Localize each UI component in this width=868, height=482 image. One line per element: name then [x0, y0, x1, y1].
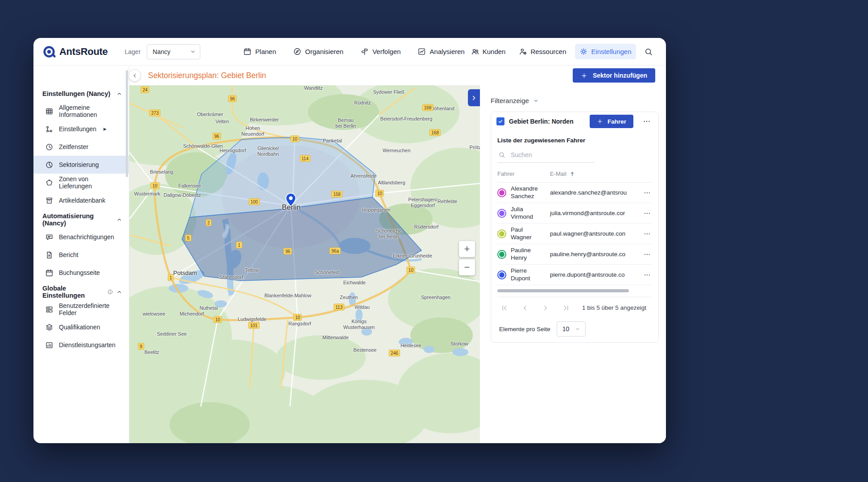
column-header-driver[interactable]: Fahrer — [497, 170, 550, 177]
chevron-right-icon — [470, 94, 478, 102]
sidebar-section-title[interactable]: Einstellungen (Nancy) — [42, 88, 123, 100]
nav-item-label: Kunden — [483, 48, 506, 55]
calendar-icon — [243, 47, 252, 56]
pagination-next-button[interactable] — [540, 303, 551, 313]
last-page-icon — [562, 303, 570, 312]
driver-row[interactable]: PaulineHenry pauline.henry@antsroute.co — [497, 244, 652, 265]
chevron-up-icon — [116, 289, 123, 295]
sidebar-item-label: Artikeldatenbank — [59, 197, 105, 204]
nav-item-label: Verfolgen — [372, 48, 401, 55]
first-page-icon — [500, 303, 509, 312]
pagination-prev-button[interactable] — [520, 303, 530, 313]
sort-ascending-icon — [569, 171, 575, 177]
nav-item[interactable]: Kunden — [467, 44, 510, 59]
sidebar-item[interactable]: Zonen von Lieferungen — [33, 174, 129, 191]
sidebar-item[interactable]: Bericht — [33, 246, 129, 264]
fields-icon — [45, 305, 54, 314]
sidebar-scrollbar[interactable] — [126, 70, 128, 177]
sidebar-item[interactable]: Buchungsseite — [33, 264, 129, 282]
nav-item[interactable]: Organisieren — [291, 45, 345, 58]
search-button[interactable] — [641, 44, 657, 60]
depot-selector-group: Lager Nancy — [125, 44, 201, 59]
section-title-text: Globale Einstellungen — [42, 285, 103, 299]
sidebar-item[interactable]: Dienstleistungsarten — [33, 336, 129, 354]
check-icon — [498, 119, 503, 124]
sidebar-item[interactable]: Benutzerdefinierte Felder — [33, 300, 129, 318]
nav-item[interactable]: Ressourcen — [514, 44, 570, 59]
driver-list-title: Liste der zugewiesenen Fahrer — [497, 137, 652, 144]
sidebar-section-title[interactable]: Globale Einstellungen — [42, 286, 123, 298]
per-page-value: 10 — [562, 325, 570, 332]
driver-row[interactable]: AlexandreSanchez alexandre.sanchez@antsr… — [497, 183, 652, 203]
sector-checkbox[interactable] — [496, 117, 504, 125]
back-button[interactable] — [128, 69, 141, 82]
add-sector-label: Sektor hinzufügen — [593, 72, 647, 79]
sector-card-header: Gebiet Berlin: Norden Fahrer — [491, 112, 658, 131]
driver-search-input[interactable] — [510, 151, 590, 159]
driver-avatar — [497, 250, 506, 259]
add-sector-button[interactable]: Sektor hinzufügen — [573, 68, 655, 83]
sidebar-item[interactable]: Zeitfenster — [33, 138, 129, 156]
sidebar-section-automatisierung: Automatisierung (Nancy) Benachrichtigung… — [33, 214, 129, 282]
main-nav: Planen Organisieren Verfolgen Analysiere… — [241, 45, 466, 58]
pagination-last-button[interactable] — [561, 303, 571, 313]
driver-row[interactable]: PierreDupont pierre.dupont@antsroute.co — [497, 265, 652, 285]
sidebar-item-label: Einstellungen — [59, 125, 96, 133]
driver-row[interactable]: PaulWagner paul.wagner@antsroute.con — [497, 224, 652, 244]
column-header-email[interactable]: E-Mail — [550, 170, 575, 177]
pagination-first-button[interactable] — [499, 303, 510, 313]
sidebar-item[interactable]: Artikeldatenbank — [33, 191, 129, 209]
panel-collapse-button[interactable] — [468, 89, 480, 106]
sector-menu-button[interactable] — [641, 115, 653, 128]
driver-row-menu-button[interactable] — [642, 208, 652, 218]
driver-row-menu-button[interactable] — [642, 188, 652, 198]
driver-email: pierre.dupont@antsroute.co — [550, 271, 642, 278]
driver-search — [497, 149, 595, 163]
notifications-button[interactable] — [661, 44, 666, 60]
sidebar-section-title[interactable]: Automatisierung (Nancy) — [42, 214, 123, 225]
dots-icon — [643, 250, 651, 258]
driver-row-menu-button[interactable] — [642, 229, 652, 239]
zoom-out-button[interactable]: − — [459, 259, 475, 275]
driver-email: alexandre.sanchez@antsrou — [550, 189, 642, 196]
driver-email: pauline.henry@antsroute.co — [550, 251, 642, 258]
sidebar-item[interactable]: Allgemeine Informationen — [33, 102, 129, 120]
add-driver-label: Fahrer — [608, 118, 626, 125]
filter-label: Filteranzeige — [491, 97, 529, 104]
driver-avatar — [497, 209, 506, 218]
person-gear-icon — [519, 47, 527, 56]
driver-row-menu-button[interactable] — [642, 270, 652, 280]
sidebar-item[interactable]: Qualifikationen — [33, 318, 129, 336]
sidebar-item-label: Sektorisierung — [59, 161, 99, 168]
driver-name: PaulineHenry — [511, 247, 550, 262]
driver-row-menu-button[interactable] — [642, 249, 652, 259]
sector-name: Gebiet Berlin: Norden — [509, 118, 574, 125]
driver-name: PaulWagner — [511, 226, 550, 241]
sidebar-item-label: Benachrichtigungen — [59, 233, 114, 241]
per-page-select[interactable]: 10 — [557, 321, 586, 337]
sidebar-item[interactable]: Benachrichtigungen — [33, 228, 129, 246]
clock-icon — [45, 143, 54, 151]
nav-item[interactable]: Analysieren — [416, 45, 466, 58]
depot-select[interactable]: Nancy — [147, 44, 200, 59]
chart-icon — [417, 47, 426, 56]
nav-item[interactable]: Planen — [241, 45, 278, 58]
calendar-icon — [45, 269, 54, 277]
add-driver-button[interactable]: Fahrer — [590, 115, 633, 128]
map[interactable]: WandlitzSydower FließRüdnitzHöhenlandBei… — [129, 85, 480, 443]
sidebar-item-label: Zonen von Lieferungen — [59, 175, 117, 190]
chevron-left-icon — [132, 72, 138, 79]
sidebar-item[interactable]: Einstellungen ▶ — [33, 120, 129, 138]
filter-display-toggle[interactable]: Filteranzeige — [491, 97, 539, 104]
horizontal-scrollbar[interactable] — [497, 289, 629, 292]
antsroute-logo[interactable]: AntsRoute — [42, 45, 108, 58]
sidebar-item[interactable]: Sektorisierung — [33, 156, 129, 174]
driver-row[interactable]: JuliaVirmond julia.virmond@antsroute.cor — [497, 203, 652, 224]
zoom-in-button[interactable]: + — [459, 241, 475, 257]
nav-item[interactable]: Verfolgen — [359, 45, 402, 58]
sector-card: Gebiet Berlin: Norden Fahrer — [491, 112, 659, 343]
people-icon — [471, 47, 479, 56]
section-title-text: Einstellungen (Nancy) — [42, 90, 110, 97]
nav-item[interactable]: Einstellungen — [575, 44, 636, 59]
nav-item-label: Ressourcen — [530, 48, 566, 55]
